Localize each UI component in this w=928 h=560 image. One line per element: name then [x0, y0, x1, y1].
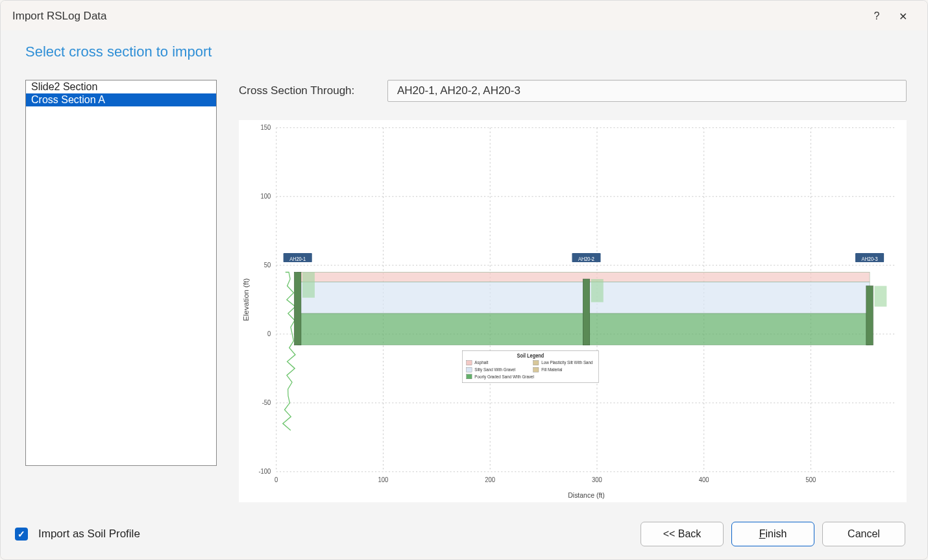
- page-heading: Select cross section to import: [25, 43, 907, 60]
- svg-rect-40: [874, 286, 886, 307]
- cross-section-chart: 0100200300400500-100-50050100150Distance…: [239, 120, 907, 502]
- svg-text:AH20-3: AH20-3: [862, 256, 878, 262]
- svg-text:500: 500: [806, 476, 816, 484]
- finish-button[interactable]: Finish: [731, 522, 814, 546]
- svg-rect-45: [467, 367, 472, 372]
- svg-text:-100: -100: [258, 468, 271, 476]
- svg-text:Poorly Graded Sand With Gravel: Poorly Graded Sand With Gravel: [474, 374, 534, 379]
- import-soil-profile-checkbox[interactable]: ✓: [15, 528, 28, 541]
- finish-button-label: Finish: [759, 528, 787, 540]
- svg-text:Silty Sand With Gravel: Silty Sand With Gravel: [474, 367, 515, 372]
- through-field[interactable]: AH20-1, AH20-2, AH20-3: [387, 80, 907, 102]
- svg-text:200: 200: [485, 476, 495, 484]
- svg-text:-50: -50: [262, 399, 271, 407]
- section-list-item[interactable]: Cross Section A: [26, 93, 216, 106]
- svg-text:Fill Material: Fill Material: [541, 367, 563, 372]
- svg-text:Low Plasticity Silt With Sand: Low Plasticity Silt With Sand: [541, 360, 593, 365]
- svg-rect-36: [591, 279, 604, 302]
- dialog-content: Select cross section to import Slide2 Se…: [1, 30, 927, 511]
- svg-text:AH20-2: AH20-2: [578, 256, 594, 262]
- svg-text:Elevation (ft): Elevation (ft): [242, 278, 249, 321]
- svg-rect-47: [467, 374, 472, 379]
- close-icon: ✕: [899, 10, 907, 23]
- close-button[interactable]: ✕: [890, 7, 916, 25]
- main-row: Slide2 SectionCross Section A Cross Sect…: [25, 80, 907, 502]
- svg-rect-43: [467, 361, 472, 365]
- svg-rect-49: [533, 361, 539, 365]
- svg-text:AH20-1: AH20-1: [289, 256, 306, 262]
- section-list-item[interactable]: Slide2 Section: [26, 80, 216, 93]
- sections-listbox[interactable]: Slide2 SectionCross Section A: [25, 80, 217, 466]
- cancel-button[interactable]: Cancel: [822, 522, 905, 546]
- svg-rect-33: [583, 279, 590, 345]
- svg-text:0: 0: [275, 476, 278, 484]
- svg-text:Distance (ft): Distance (ft): [568, 491, 605, 499]
- help-icon: ?: [874, 10, 880, 22]
- svg-text:0: 0: [267, 330, 271, 338]
- svg-text:50: 50: [264, 262, 271, 269]
- svg-text:150: 150: [261, 124, 271, 132]
- dialog-footer: ✓ Import as Soil Profile << Back Finish …: [1, 511, 927, 557]
- svg-rect-37: [866, 286, 873, 345]
- through-row: Cross Section Through: AH20-1, AH20-2, A…: [239, 80, 907, 102]
- help-button[interactable]: ?: [864, 7, 890, 25]
- svg-rect-32: [302, 272, 315, 297]
- svg-rect-29: [294, 272, 301, 345]
- svg-text:400: 400: [699, 476, 709, 484]
- preview-column: Cross Section Through: AH20-1, AH20-2, A…: [239, 80, 907, 502]
- svg-text:Soil Legend: Soil Legend: [517, 352, 544, 359]
- titlebar: Import RSLog Data ? ✕: [1, 1, 927, 30]
- svg-text:100: 100: [261, 193, 271, 201]
- svg-text:100: 100: [378, 476, 389, 484]
- cancel-button-label: Cancel: [848, 528, 880, 540]
- through-label: Cross Section Through:: [239, 84, 372, 97]
- back-button[interactable]: << Back: [641, 522, 724, 546]
- back-button-label: << Back: [663, 528, 702, 540]
- svg-text:300: 300: [592, 476, 602, 484]
- import-soil-profile-label: Import as Soil Profile: [38, 528, 140, 541]
- window-title: Import RSLog Data: [12, 10, 864, 23]
- svg-rect-51: [533, 367, 539, 372]
- svg-text:Asphalt: Asphalt: [474, 360, 488, 365]
